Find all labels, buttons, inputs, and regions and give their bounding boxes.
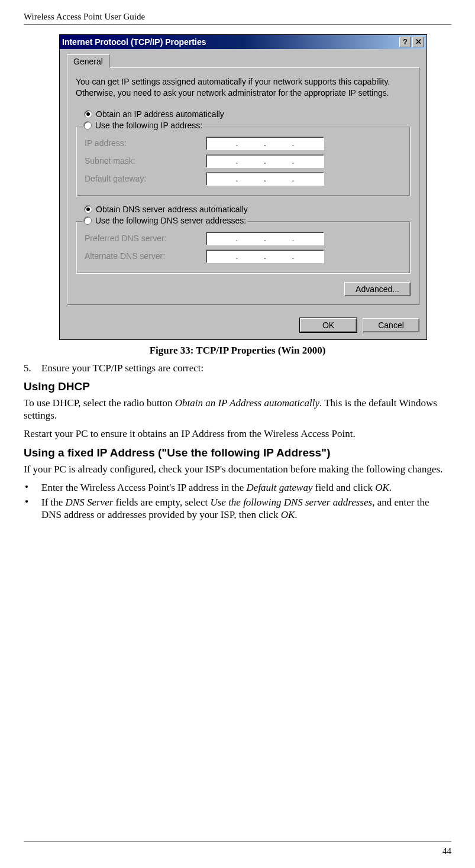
text: . xyxy=(389,482,392,493)
step-number: 5. xyxy=(24,362,41,374)
header-rule xyxy=(24,24,451,25)
radio-icon xyxy=(83,216,92,225)
alt-dns-input[interactable]: ... xyxy=(206,250,324,263)
field-label: Alternate DNS server: xyxy=(85,251,206,261)
bullet-icon: • xyxy=(24,496,41,522)
titlebar-buttons: ? ✕ xyxy=(399,37,424,47)
advanced-button[interactable]: Advanced... xyxy=(344,282,411,296)
dialog-bottom-buttons: OK Cancel xyxy=(60,312,426,339)
field-label: Subnet mask: xyxy=(85,156,206,166)
text: To use DHCP, select the radio button xyxy=(24,397,175,409)
alt-dns-row: Alternate DNS server: ... xyxy=(85,250,402,263)
gateway-row: Default gateway: ... xyxy=(85,172,402,186)
tab-panel: You can get IP settings assigned automat… xyxy=(67,67,419,305)
fixed-ip-intro: If your PC is already configured, check … xyxy=(24,463,451,475)
ip-address-input[interactable]: ... xyxy=(206,137,324,150)
field-label: Default gateway: xyxy=(85,174,206,183)
dns-groupbox: Use the following DNS server addresses: … xyxy=(76,221,411,274)
text: fields are empty, select xyxy=(113,497,210,508)
text-italic: Default gateway xyxy=(247,482,313,493)
bullet-text: Enter the Wireless Access Point's IP add… xyxy=(41,481,451,494)
heading-fixed-ip: Using a fixed IP Address ("Use the follo… xyxy=(24,446,451,459)
radio-icon xyxy=(84,110,92,118)
radio-label: Obtain DNS server address automatically xyxy=(96,205,248,214)
footer-rule xyxy=(24,841,451,842)
text-italic: OK xyxy=(281,509,295,520)
help-button[interactable]: ? xyxy=(399,37,411,47)
radio-dns-manual[interactable]: Use the following DNS server addresses: xyxy=(82,216,247,225)
bullet-icon: • xyxy=(24,481,41,494)
cancel-button[interactable]: Cancel xyxy=(363,318,419,332)
bullet-1: • Enter the Wireless Access Point's IP a… xyxy=(24,481,451,494)
radio-dns-auto[interactable]: Obtain DNS server address automatically xyxy=(84,205,411,214)
field-label: Preferred DNS server: xyxy=(85,234,206,243)
ip-groupbox: Use the following IP address: IP address… xyxy=(76,126,411,196)
figure-caption: Figure 33: TCP/IP Properties (Win 2000) xyxy=(24,345,451,357)
dialog-info-text: You can get IP settings assigned automat… xyxy=(76,76,411,99)
ok-button[interactable]: OK xyxy=(300,318,357,332)
radio-ip-auto[interactable]: Obtain an IP address automatically xyxy=(84,109,411,119)
step-5: 5. Ensure your TCP/IP settings are corre… xyxy=(24,362,451,374)
pref-dns-input[interactable]: ... xyxy=(206,232,324,245)
dialog-titlebar: Internet Protocol (TCP/IP) Properties ? … xyxy=(60,35,426,49)
field-label: IP address: xyxy=(85,138,206,148)
text: If the xyxy=(41,497,66,508)
dhcp-para-1: To use DHCP, select the radio button Obt… xyxy=(24,397,451,422)
subnet-input[interactable]: ... xyxy=(206,154,324,168)
radio-icon xyxy=(84,205,92,213)
tab-general[interactable]: General xyxy=(67,54,109,68)
bullet-text: If the DNS Server fields are empty, sele… xyxy=(41,496,451,522)
radio-label: Obtain an IP address automatically xyxy=(96,109,224,119)
ip-address-row: IP address: ... xyxy=(85,137,402,150)
dhcp-para-2: Restart your PC to ensure it obtains an … xyxy=(24,427,451,440)
text-italic: DNS Server xyxy=(66,497,114,508)
bullet-2: • If the DNS Server fields are empty, se… xyxy=(24,496,451,522)
close-button[interactable]: ✕ xyxy=(412,37,424,47)
gateway-input[interactable]: ... xyxy=(206,172,324,186)
text-italic: Use the following DNS server addresses xyxy=(210,497,372,508)
text: Enter the Wireless Access Point's IP add… xyxy=(41,482,247,493)
radio-label: Use the following IP address: xyxy=(95,121,202,130)
tcpip-dialog: Internet Protocol (TCP/IP) Properties ? … xyxy=(59,34,427,340)
radio-label: Use the following DNS server addresses: xyxy=(95,216,246,225)
page-number: 44 xyxy=(442,846,451,856)
heading-using-dhcp: Using DHCP xyxy=(24,380,451,393)
advanced-row: Advanced... xyxy=(76,282,411,296)
radio-icon xyxy=(83,121,92,129)
dialog-body: General You can get IP settings assigned… xyxy=(60,49,426,312)
text: . xyxy=(295,509,297,520)
text-italic: OK xyxy=(375,482,389,493)
radio-ip-manual[interactable]: Use the following IP address: xyxy=(82,121,203,130)
page-header: Wireless Access Point User Guide xyxy=(24,12,451,22)
pref-dns-row: Preferred DNS server: ... xyxy=(85,232,402,245)
step-text: Ensure your TCP/IP settings are correct: xyxy=(41,362,203,374)
text: field and click xyxy=(312,482,375,493)
text-italic: Obtain an IP Address automatically xyxy=(175,397,319,409)
dialog-title: Internet Protocol (TCP/IP) Properties xyxy=(62,37,206,47)
subnet-row: Subnet mask: ... xyxy=(85,154,402,168)
